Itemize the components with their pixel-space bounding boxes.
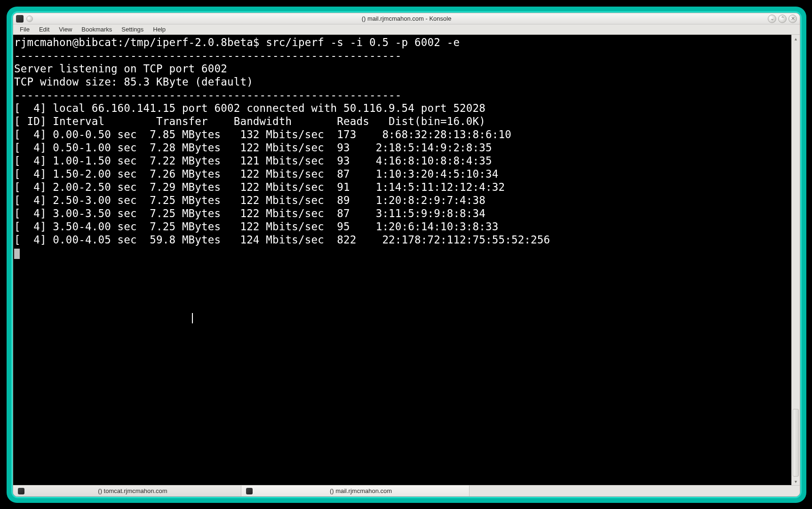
- table-row: [ 4] 1.00-1.50 sec 7.22 MBytes 121 Mbits…: [14, 155, 492, 167]
- prompt: rjmcmahon@bibcat:/tmp/iperf-2.0.8beta$: [14, 36, 266, 48]
- window-controls: ⌄ ⌃ ✕: [768, 15, 797, 23]
- titlebar[interactable]: () mail.rjmcmahon.com - Konsole ⌄ ⌃ ✕: [13, 13, 800, 24]
- table-row: [ 4] 2.00-2.50 sec 7.29 MBytes 122 Mbits…: [14, 181, 505, 193]
- tabbar: () tomcat.rjmcmahon.com () mail.rjmcmaho…: [13, 485, 800, 496]
- window-title: () mail.rjmcmahon.com - Konsole: [13, 15, 800, 22]
- table-row: [ 4] 3.50-4.00 sec 7.25 MBytes 122 Mbits…: [14, 220, 498, 233]
- terminal-icon: [246, 488, 253, 494]
- pin-icon[interactable]: [26, 16, 33, 22]
- app-icon: [16, 15, 24, 23]
- text-caret: [192, 313, 193, 323]
- maximize-button[interactable]: ⌃: [778, 15, 787, 23]
- table-header-line: [ ID] Interval Transfer Bandwidth Reads …: [14, 115, 486, 127]
- scrollbar[interactable]: ▴ ▾: [791, 35, 800, 485]
- desktop-frame-inner: () mail.rjmcmahon.com - Konsole ⌄ ⌃ ✕ Fi…: [11, 11, 802, 498]
- server-listening-line: Server listening on TCP port 6002: [14, 63, 227, 75]
- table-row: [ 4] 0.00-4.05 sec 59.8 MBytes 124 Mbits…: [14, 234, 550, 246]
- connection-line: [ 4] local 66.160.141.15 port 6002 conne…: [14, 102, 486, 114]
- prompt-line: rjmcmahon@bibcat:/tmp/iperf-2.0.8beta$ s…: [14, 36, 460, 48]
- menu-help[interactable]: Help: [149, 25, 169, 34]
- menu-view[interactable]: View: [55, 25, 76, 34]
- menu-bookmarks[interactable]: Bookmarks: [78, 25, 116, 34]
- table-row: [ 4] 2.50-3.00 sec 7.25 MBytes 122 Mbits…: [14, 194, 486, 206]
- terminal-cursor: [14, 249, 20, 259]
- table-row: [ 4] 0.00-0.50 sec 7.85 MBytes 132 Mbits…: [14, 128, 511, 141]
- scroll-up-button[interactable]: ▴: [792, 35, 800, 42]
- tab-label: () mail.rjmcmahon.com: [257, 487, 464, 494]
- table-row: [ 4] 1.50-2.00 sec 7.26 MBytes 122 Mbits…: [14, 168, 498, 180]
- scroll-track[interactable]: [792, 42, 800, 478]
- menu-file[interactable]: File: [16, 25, 33, 34]
- tcp-window-line: TCP window size: 85.3 KByte (default): [14, 76, 253, 88]
- menubar: File Edit View Bookmarks Settings Help: [13, 24, 800, 35]
- table-row: [ 4] 3.00-3.50 sec 7.25 MBytes 122 Mbits…: [14, 207, 486, 219]
- tab-tomcat[interactable]: () tomcat.rjmcmahon.com: [13, 486, 241, 496]
- table-row: [ 4] 0.50-1.00 sec 7.28 MBytes 122 Mbits…: [14, 141, 492, 154]
- command: src/iperf -s -i 0.5 -p 6002 -e: [266, 36, 460, 48]
- separator-line-top: ----------------------------------------…: [14, 49, 402, 62]
- scroll-thumb[interactable]: [793, 409, 799, 477]
- separator-line-bottom: ----------------------------------------…: [14, 89, 402, 101]
- menu-settings[interactable]: Settings: [118, 25, 147, 34]
- minimize-button[interactable]: ⌄: [768, 15, 776, 23]
- menu-edit[interactable]: Edit: [35, 25, 53, 34]
- close-button[interactable]: ✕: [788, 15, 797, 23]
- terminal-viewport[interactable]: rjmcmahon@bibcat:/tmp/iperf-2.0.8beta$ s…: [13, 35, 791, 485]
- terminal-icon: [18, 488, 24, 494]
- tab-label: () tomcat.rjmcmahon.com: [29, 487, 236, 494]
- scroll-down-button[interactable]: ▾: [792, 478, 800, 485]
- terminal-area: rjmcmahon@bibcat:/tmp/iperf-2.0.8beta$ s…: [13, 35, 800, 485]
- desktop-frame-outer: () mail.rjmcmahon.com - Konsole ⌄ ⌃ ✕ Fi…: [7, 7, 806, 503]
- tab-mail[interactable]: () mail.rjmcmahon.com: [241, 486, 470, 496]
- konsole-window: () mail.rjmcmahon.com - Konsole ⌄ ⌃ ✕ Fi…: [13, 13, 800, 497]
